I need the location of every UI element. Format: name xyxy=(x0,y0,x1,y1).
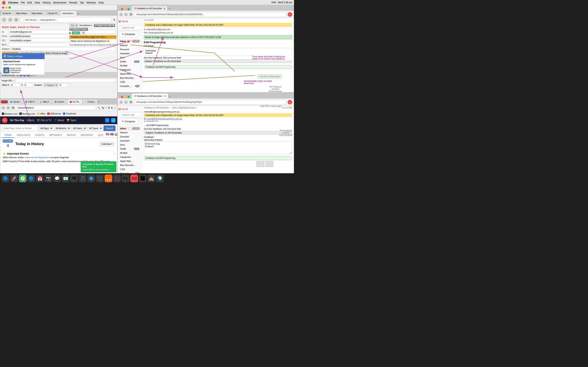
tower-icon[interactable]: 🏰 xyxy=(147,175,155,182)
offset-x-input[interactable] xyxy=(11,83,20,87)
spotify-icon[interactable]: 🎵 xyxy=(79,175,86,182)
forward-button[interactable]: › xyxy=(8,17,12,22)
gb-nav-blue[interactable]: Blue Mountai... xyxy=(118,163,141,167)
gmail-tab-main[interactable]: M Feedback on 4th December ✕ xyxy=(132,6,167,11)
bookmark-fb[interactable]: 🔵 Facebook xyxy=(63,112,76,115)
gmail-address-bar[interactable]: mail.google.com/mail/u/0/#inbox/FMfcgxwG… xyxy=(134,12,286,17)
tab-https3[interactable]: 🔒https://... xyxy=(38,100,52,104)
add-animated-button[interactable]: Add to Animated Film xyxy=(69,28,88,31)
back-button[interactable]: ‹ xyxy=(2,17,6,22)
terminal-icon[interactable]: ⬛ xyxy=(113,175,121,182)
gb-compose[interactable]: ✎ Compose xyxy=(118,118,139,125)
gmail-bottom-tab[interactable]: M Feedback on 4th December - ✕ xyxy=(132,94,168,99)
maps-icon[interactable]: 🗺 xyxy=(70,175,78,182)
gb-nav-compote[interactable]: Compote...20 xyxy=(118,171,141,173)
nav-categories[interactable]: Categories xyxy=(118,68,141,72)
nav-apple-mail[interactable]: Apple Mail... xyxy=(118,72,141,76)
bookmark-ebay[interactable]: 🟡 eBay xyxy=(37,112,45,115)
nav-drafts[interactable]: Drafts215 xyxy=(118,59,141,64)
menubar-help[interactable]: Help xyxy=(98,1,104,4)
rotation-input[interactable] xyxy=(60,83,68,87)
photos-icon[interactable]: 📷 xyxy=(44,175,52,182)
menubar-view[interactable]: View xyxy=(34,1,40,4)
address-bar[interactable]: ⚠ Not Secure — rjmprogrammin... xyxy=(20,17,112,22)
all-days-select[interactable]: All Days xyxy=(39,125,53,131)
launchpad-icon[interactable]: 🚀 xyxy=(10,175,18,182)
suleiman-link[interactable]: Suleiman the Magnificent xyxy=(25,156,50,159)
gb-nav-apple[interactable]: Apple Mail... xyxy=(118,159,141,163)
gb-min[interactable] xyxy=(124,96,127,98)
gb-max[interactable] xyxy=(127,96,130,98)
url-input[interactable] xyxy=(15,79,116,82)
menubar-people[interactable]: People xyxy=(69,1,77,4)
gb-find-someone[interactable]: Find someone xyxy=(279,134,293,136)
search-button[interactable]: Search xyxy=(104,125,116,131)
nav-c3is[interactable]: C3IS xyxy=(118,80,141,84)
tab-dynam2[interactable]: 🔷Dynam... xyxy=(53,100,67,104)
minimize-button[interactable] xyxy=(5,6,8,9)
finder-icon[interactable]: 🔵 xyxy=(2,175,9,182)
gmail-user-icon[interactable]: G xyxy=(288,12,292,17)
gb-feedback-textarea[interactable]: Interesting Indeed! xyxy=(144,142,292,154)
all-types-select[interactable]: All Types xyxy=(87,125,103,131)
gb-nav-inbox[interactable]: Inbox9,023 xyxy=(118,126,141,131)
gmail-new-tab[interactable]: + xyxy=(168,6,171,11)
tab-birthdays[interactable]: BIRTHDAYS xyxy=(47,133,64,138)
menubar-file[interactable]: File xyxy=(21,1,25,4)
gb-nav-cats[interactable]: Categories xyxy=(118,155,141,159)
tab-deaths[interactable]: DEATHS xyxy=(64,133,78,138)
safari-icon[interactable]: 🧭 xyxy=(19,175,26,182)
menubar-history[interactable]: History xyxy=(43,1,51,4)
tab-canvas[interactable]: Canvas HT... xyxy=(45,11,61,16)
gb-new-tab[interactable]: + xyxy=(168,94,172,99)
nav-important[interactable]: Important xyxy=(118,51,141,55)
attachment-thumb[interactable] xyxy=(256,161,264,167)
search-input[interactable] xyxy=(2,125,38,131)
new-tab-btn-bottom[interactable]: + xyxy=(98,100,99,103)
bookmark-ali[interactable]: 🟥 AliExpress xyxy=(47,112,61,115)
gb-nav-sent[interactable]: Sent xyxy=(118,143,141,147)
photoshop-icon[interactable]: Ps xyxy=(122,175,130,182)
tab-events[interactable]: EVENTS xyxy=(33,133,47,138)
tab-weddings[interactable]: WEDDINGS xyxy=(78,133,95,138)
copy-button[interactable]: Copy JJ and Paste JJp... xyxy=(94,24,115,27)
address-bar-bottom[interactable]: www.onthisday.cc xyxy=(16,106,96,110)
forward-btn-bottom[interactable]: › xyxy=(6,106,10,110)
subject-input[interactable] xyxy=(11,47,116,51)
tab-today[interactable]: TODAY xyxy=(2,133,14,138)
nav-compote[interactable]: Compote...20 xyxy=(118,84,141,88)
y-input[interactable] xyxy=(25,83,33,87)
tab-highlights[interactable]: HIGHLIGHTS xyxy=(14,133,33,138)
tab-rjm-bottom[interactable]: 🔷RJM P... xyxy=(23,100,37,104)
nav-blue-mountain[interactable]: Blue Mountai... xyxy=(118,76,141,80)
apple-menu[interactable]: 🍎 xyxy=(2,1,6,4)
nav-snoozed[interactable]: Snoozed xyxy=(118,47,141,51)
gb-nav-drafts[interactable]: Drafts215 xyxy=(118,147,141,151)
gb-to-link[interactable]: rmetcalfe@rjmprogramming.com.au xyxy=(146,117,182,120)
tab-rjm[interactable]: www.rjmpro... xyxy=(61,11,77,16)
reload-btn-bottom[interactable]: ↻ xyxy=(11,106,15,110)
firefox-icon[interactable]: 🦊 xyxy=(104,175,112,182)
nav-sent[interactable]: Sent xyxy=(118,55,141,59)
menubar-window[interactable]: Window xyxy=(86,1,96,4)
nav-sport[interactable]: 🏆 Sport xyxy=(67,119,76,122)
gb-reload[interactable]: ↻ xyxy=(129,100,133,104)
gmail-tab-close[interactable]: ✕ xyxy=(164,7,165,9)
back-btn-bottom[interactable]: ‹ xyxy=(1,106,5,110)
slack-icon[interactable]: ⬛ xyxy=(96,175,104,182)
sketch-icon[interactable]: 💎 xyxy=(156,175,164,182)
twitter-icon[interactable]: t xyxy=(111,118,116,123)
gb-nav-important[interactable]: Important xyxy=(118,139,141,143)
all-months-select[interactable]: All Months xyxy=(54,125,71,131)
gb-back[interactable]: ‹ xyxy=(119,100,123,104)
vscode-icon[interactable]: 🔷 xyxy=(87,175,95,182)
mail-icon[interactable]: 📧 xyxy=(62,175,69,182)
tab-dynam1[interactable]: 🔷Dynam... xyxy=(8,100,23,104)
maximize-button[interactable] xyxy=(8,6,11,9)
tab-quiz[interactable]: QUIZ xyxy=(95,133,105,138)
menubar-chrome[interactable]: Chrome xyxy=(8,1,18,4)
gmail-forward[interactable]: › xyxy=(124,13,128,16)
nav-starred[interactable]: Starred xyxy=(118,43,141,47)
nav-all-mail[interactable]: All Mail xyxy=(118,64,141,68)
gb-forward[interactable]: › xyxy=(124,100,128,104)
